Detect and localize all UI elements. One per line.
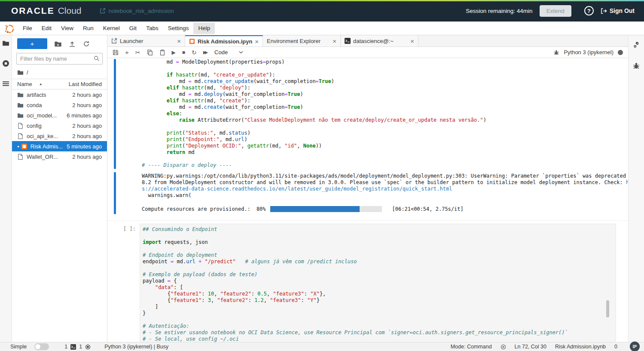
menu-help[interactable]: Help (193, 22, 215, 34)
file-row-wallet-or-[interactable]: ●Wallet_OR...2 hours ago (12, 151, 107, 162)
property-inspector-icon[interactable] (632, 41, 640, 49)
sign-out-button[interactable]: Sign Out (601, 7, 635, 14)
file-name: Risk Admis... (31, 143, 67, 150)
table-of-contents-icon[interactable] (2, 80, 9, 87)
notebook-scroll-area[interactable]: md = ModelDeployment(properties=props) i… (107, 58, 628, 342)
external-link-icon (100, 8, 106, 14)
add-cell-icon[interactable]: + (125, 49, 129, 56)
menu-run[interactable]: Run (78, 22, 98, 34)
file-row-oci-api-ke-[interactable]: ●oci_api_ke...2 hours ago (12, 131, 107, 141)
file-row-artifacts[interactable]: ●artifacts2 hours ago (12, 89, 107, 100)
cursor-position[interactable]: Ln 72, Col 30 (515, 344, 546, 350)
file-modified: 2 hours ago (72, 92, 102, 98)
cell1-code[interactable]: md = ModelDeployment(properties=props) i… (142, 59, 628, 169)
sort-ascending-icon[interactable]: ▲ (39, 82, 43, 86)
restart-kernel-icon[interactable]: ↻ (192, 49, 197, 56)
terminal-count[interactable]: 1 (64, 344, 67, 350)
accessibility-mode-icon[interactable] (501, 344, 506, 350)
menu-kernel[interactable]: Kernel (98, 22, 125, 34)
file-row-config[interactable]: ●config2 hours ago (12, 120, 107, 131)
folder-icon (17, 69, 24, 76)
tab-datascience-[interactable]: datascience@:~× (341, 35, 418, 46)
folder-icon (17, 112, 24, 119)
oracle-cloud-logo: ORACLE Cloud (11, 6, 82, 16)
cell2-editor[interactable]: ## Consumindo o Endpoint import requests… (140, 224, 616, 342)
close-icon[interactable]: × (252, 38, 259, 45)
restart-run-all-icon[interactable]: ▶▶ (203, 50, 206, 55)
right-sidebar-strip (628, 35, 644, 342)
column-name[interactable]: Name (17, 81, 32, 87)
main-dock-panel: Launcher×Risk Admission.ipynb×Environmen… (107, 35, 628, 342)
simple-mode-toggle[interactable] (34, 343, 49, 350)
cell-type-value: Code (214, 49, 228, 55)
file-row-conda[interactable]: ●conda2 hours ago (12, 100, 107, 110)
close-icon[interactable]: × (408, 37, 414, 45)
tab-environment-explorer[interactable]: Environment Explorer× (263, 35, 341, 46)
cell-output: WARNING:py.warnings:/opt/conda/lib/pytho… (107, 172, 628, 214)
upload-icon[interactable] (69, 40, 76, 47)
notebook-session-link[interactable]: notebook_risk_admission (100, 8, 174, 14)
notebook-scrollbar-thumb[interactable] (606, 300, 609, 317)
file-browser-tab-icon[interactable] (2, 40, 9, 47)
stop-kernel-icon[interactable]: ■ (182, 49, 185, 55)
refresh-icon[interactable] (83, 40, 90, 47)
file-modified: 5 minutes ago (67, 143, 102, 150)
file-modified: 2 hours ago (72, 133, 102, 139)
jupyter-menubar: FileEditViewRunKernelGitTabsSettingsHelp (0, 22, 644, 35)
tab-launcher[interactable]: Launcher× (107, 35, 185, 46)
code-cell-active[interactable]: md = ModelDeployment(properties=props) i… (107, 59, 628, 169)
file-modified: 6 minutes ago (67, 112, 102, 119)
copy-cells-icon[interactable] (147, 49, 153, 55)
close-icon[interactable]: × (330, 37, 336, 45)
tab-risk-admission-ipynb[interactable]: Risk Admission.ipynb× (185, 35, 263, 46)
brand-cloud: Cloud (58, 6, 82, 16)
run-cell-icon[interactable]: ▶ (172, 49, 176, 55)
deployment-progress: Compute resources are provisioned.: 80% … (142, 206, 628, 212)
code-cell-idle[interactable]: [ ]: ## Consumindo o Endpoint import req… (107, 220, 628, 342)
file-icon (17, 123, 24, 129)
filter-files-input[interactable] (16, 53, 103, 65)
menu-file[interactable]: File (18, 22, 37, 34)
menu-git[interactable]: Git (125, 22, 141, 34)
breadcrumb[interactable]: / (12, 67, 107, 79)
file-browser-panel: + / Name ▲ Last Modified ●artifacts2 (12, 35, 107, 342)
tab-bar: Launcher×Risk Admission.ipynb×Environmen… (107, 35, 628, 47)
help-icon[interactable]: ? (584, 6, 594, 15)
menu-settings[interactable]: Settings (163, 22, 194, 34)
active-file-label[interactable]: Risk Admission.ipynb (555, 344, 606, 350)
new-folder-icon[interactable] (55, 40, 61, 47)
menu-tabs[interactable]: Tabs (141, 22, 163, 34)
column-last-modified[interactable]: Last Modified (69, 81, 102, 87)
new-launcher-button[interactable]: + (17, 38, 47, 49)
progress-bar (270, 206, 382, 212)
kernel-count[interactable]: 1 (79, 344, 82, 350)
cell-type-select[interactable]: Code (214, 49, 243, 55)
close-icon[interactable]: × (174, 37, 181, 45)
file-icon (17, 133, 24, 139)
overlay-badge-icon[interactable] (629, 341, 641, 351)
file-list: ●artifacts2 hours ago●conda2 hours ago●o… (12, 89, 107, 162)
extend-session-button[interactable]: Extend (540, 5, 571, 17)
file-name: oci_model... (27, 112, 67, 119)
menu-edit[interactable]: Edit (37, 22, 56, 34)
file-row-oci-model-[interactable]: ●oci_model...6 minutes ago (12, 110, 107, 120)
running-sessions-icon[interactable] (2, 60, 9, 67)
kernel-status-label[interactable]: Python 3 (ipykernel) | Busy (104, 344, 168, 350)
kernel-name-label[interactable]: Python 3 (ipykernel) (564, 49, 613, 55)
save-icon[interactable] (113, 49, 119, 55)
search-icon (94, 55, 100, 62)
tab-label: Risk Admission.ipynb (198, 38, 252, 45)
cell2-code[interactable]: ## Consumindo o Endpoint import requests… (143, 226, 613, 342)
paste-cells-icon[interactable] (159, 49, 165, 55)
file-modified: 2 hours ago (72, 154, 102, 160)
cut-cells-icon[interactable]: ✂ (135, 49, 140, 56)
file-row-risk-admis-[interactable]: ●Risk Admis...5 minutes ago (12, 141, 107, 151)
menu-view[interactable]: View (56, 22, 78, 34)
file-icon (17, 154, 24, 160)
debugger-icon[interactable] (553, 49, 559, 55)
debugger-sidebar-icon[interactable] (632, 62, 640, 70)
file-browser-toolbar: + (12, 35, 107, 52)
running-dot: ● (17, 145, 19, 148)
notification-count[interactable]: 0 (614, 344, 617, 350)
launcher-icon (111, 38, 117, 44)
